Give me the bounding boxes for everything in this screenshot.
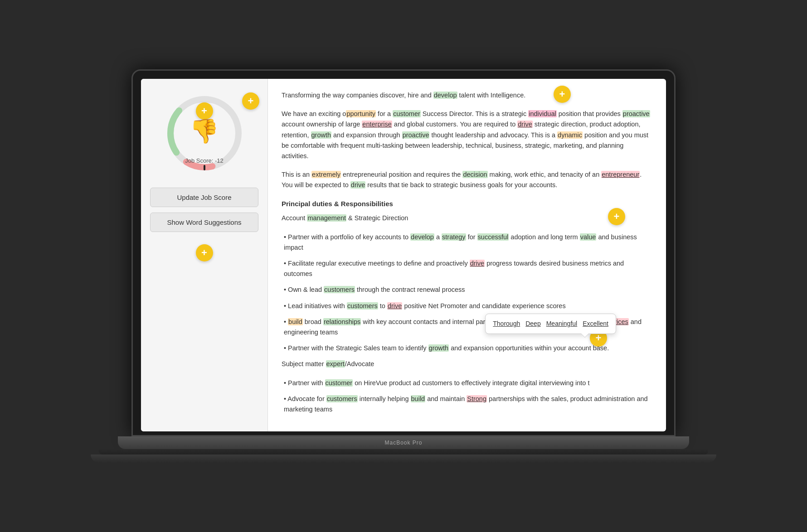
highlight-drive-4: drive <box>387 302 402 310</box>
highlight-proactive-1: proactive <box>622 110 650 117</box>
subsection-2-title: Subject matter expert/Advocate <box>282 359 652 369</box>
highlight-strategy: strategy <box>442 233 466 241</box>
job-score-label: Job Score: -12 <box>185 157 224 164</box>
laptop-container: + 👎 Job Score: -12 + Update Jo <box>131 69 676 463</box>
bullet-item-3: • Own & lead customers through the contr… <box>282 285 652 295</box>
screen-bezel: + 👎 Job Score: -12 + Update Jo <box>131 69 676 436</box>
highlight-proactive-2: proactive <box>402 131 430 139</box>
right-panel: Transforming the way companies discover,… <box>268 79 666 431</box>
laptop-brand-label: MacBook Pro <box>384 440 422 446</box>
highlight-strong: Strong <box>467 395 487 402</box>
bullet-item-8: • Advocate for customers internally help… <box>282 394 652 415</box>
highlight-develop: develop <box>433 92 457 99</box>
score-indicator <box>204 165 205 170</box>
highlight-drive-1: drive <box>517 121 532 128</box>
tooltip-word-excellent[interactable]: Excellent <box>583 319 608 329</box>
left-panel: + 👎 Job Score: -12 + Update Jo <box>141 79 268 431</box>
plus-button-content-2[interactable]: + <box>608 208 625 225</box>
highlight-growth-2: growth <box>428 344 449 352</box>
text-talent: talent with Intelligence. <box>457 92 526 99</box>
highlight-enterprise: enterprise <box>362 121 392 128</box>
text-ad-customers: ad customers to <box>413 379 460 387</box>
text-transforming: Transforming the way companies discover,… <box>282 92 433 99</box>
laptop-hinge <box>99 449 708 455</box>
screen: + 👎 Job Score: -12 + Update Jo <box>141 79 666 431</box>
section-title: Principal duties & Responsibilities <box>282 198 652 209</box>
tooltip-word-deep[interactable]: Deep <box>525 319 540 329</box>
paragraph-2: We have an exciting opportunity for a cu… <box>282 109 652 161</box>
highlight-expert: expert <box>326 360 345 368</box>
laptop-base <box>91 455 716 463</box>
highlight-relationships: relationships <box>323 318 361 325</box>
highlight-management: management <box>307 214 346 222</box>
highlight-customers-2: customers <box>347 302 378 310</box>
highlight-build-2: build <box>411 395 426 402</box>
highlight-customer: customer <box>393 110 421 117</box>
highlight-extremely: extremely <box>311 171 341 178</box>
score-circle: + 👎 Job Score: -12 <box>164 92 245 174</box>
paragraph-3: This is an extremely entrepreneurial pos… <box>282 169 652 190</box>
bullet-item-4: • Lead initiatives with customers to dri… <box>282 301 652 311</box>
tooltip-word-thorough[interactable]: Thorough <box>493 319 520 329</box>
highlight-value: value <box>580 233 597 241</box>
show-word-suggestions-button[interactable]: Show Word Suggestions <box>150 213 258 232</box>
laptop-bottom-bar: MacBook Pro <box>118 436 689 449</box>
highlight-entrepreneur: entrepreneur <box>601 171 640 178</box>
plus-button-bottom[interactable]: + <box>196 244 213 261</box>
word-suggestions-popup: Thorough Deep Meaningful Excellent <box>485 314 616 334</box>
update-job-score-button[interactable]: Update Job Score <box>150 188 258 207</box>
plus-button-top-right[interactable]: + <box>242 92 259 110</box>
highlight-drive-3: drive <box>470 260 485 267</box>
highlight-decision: decision <box>462 171 487 178</box>
subsection-1-title: Account management & Strategic Direction <box>282 213 652 223</box>
highlight-growth-1: growth <box>311 131 332 139</box>
highlight-individual: individual <box>528 110 556 117</box>
tooltip-word-meaningful[interactable]: Meaningful <box>546 319 578 329</box>
bullet-item-2: • Facilitate regular executive meetings … <box>282 258 652 279</box>
highlight-build: build <box>288 318 303 325</box>
highlight-opportunity: pportunity <box>346 110 376 117</box>
bullet-item-1: • Partner with a portfolio of key accoun… <box>282 232 652 253</box>
highlight-develop-2: develop <box>410 233 434 241</box>
highlight-drive-2: drive <box>350 181 365 189</box>
plus-button-content-1[interactable]: + <box>554 86 571 103</box>
highlight-dynamic: dynamic <box>557 131 583 139</box>
highlight-customers-1: customers <box>324 286 355 293</box>
bullet-item-7: • Partner with customer on HireVue produ… <box>282 378 652 388</box>
highlight-customers-3: customers <box>326 395 358 402</box>
highlight-customer-2: customer <box>325 379 353 387</box>
paragraph-1: Transforming the way companies discover,… <box>282 90 652 101</box>
thumbs-down-icon: 👎 <box>190 117 219 145</box>
highlight-successful: successful <box>477 233 509 241</box>
